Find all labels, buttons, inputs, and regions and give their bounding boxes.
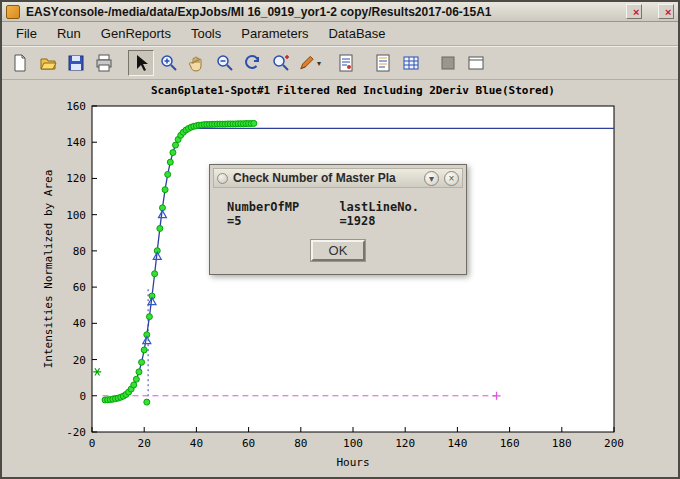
close-button[interactable]: ×	[658, 4, 674, 19]
save-icon	[66, 53, 86, 73]
rotate-button[interactable]	[240, 50, 266, 76]
x-tick-label: 140	[447, 437, 467, 450]
dialog-fields: NumberOfMP =5 lastLineNo. =1928	[227, 200, 455, 228]
y-tick-label: 100	[66, 209, 86, 222]
open-icon	[38, 53, 58, 73]
menu-item-database[interactable]: DataBase	[318, 23, 395, 44]
tool-group	[332, 50, 360, 76]
y-tick-label: 60	[73, 281, 86, 294]
x-tick-label: 80	[294, 437, 307, 450]
x-tick-label: 160	[500, 437, 520, 450]
y-tick-label: -20	[66, 426, 86, 439]
dialog-collapse-button[interactable]: ▾	[424, 171, 439, 186]
window-frame-icon	[466, 53, 486, 73]
y-tick-label: 160	[66, 100, 86, 113]
window-frame-button[interactable]	[463, 50, 489, 76]
shade-button[interactable]: ×	[626, 4, 642, 19]
dialog-title: Check Number of Master Pla	[233, 171, 419, 185]
figure-canvas[interactable]: 020406080100120140160180200-200204060801…	[2, 80, 678, 477]
menu-item-run[interactable]: Run	[47, 23, 91, 44]
ok-button[interactable]: OK	[311, 240, 366, 261]
pan-button[interactable]	[184, 50, 210, 76]
toolbar: ▾	[2, 46, 678, 80]
x-tick-label: 60	[242, 437, 255, 450]
x-tick-label: 20	[138, 437, 151, 450]
report-button[interactable]	[333, 50, 359, 76]
tool-group	[369, 50, 425, 76]
zoom-in-icon	[159, 53, 179, 73]
dialog-title-bar[interactable]: Check Number of Master Pla ▾ ×	[213, 168, 463, 188]
new-icon	[10, 53, 30, 73]
window-title: EASYconsole-/media/data/ExpJobs/MI 16_09…	[26, 5, 620, 19]
y-tick-label: 140	[66, 136, 86, 149]
app-icon	[6, 5, 20, 19]
y-tick-label: 80	[73, 245, 86, 258]
annotate-pen-icon	[297, 53, 316, 73]
annotate-pen-button[interactable]: ▾	[296, 50, 322, 76]
table-button[interactable]	[398, 50, 424, 76]
zoom-out-button[interactable]	[212, 50, 238, 76]
zoom-in-button[interactable]	[156, 50, 182, 76]
menu-item-file[interactable]: File	[6, 23, 47, 44]
document-button[interactable]	[370, 50, 396, 76]
menu-item-parameters[interactable]: Parameters	[231, 23, 318, 44]
title-bar[interactable]: EASYconsole-/media/data/ExpJobs/MI 16_09…	[2, 2, 678, 22]
chart-title: Scan6plate1-Spot#1 Filtered Red Includin…	[151, 84, 555, 97]
tool-group: ▾	[127, 50, 323, 76]
menu-item-genreports[interactable]: GenReports	[91, 23, 181, 44]
menu-bar: FileRunGenReportsToolsParametersDataBase	[2, 22, 678, 46]
print-button[interactable]	[91, 50, 117, 76]
y-tick-label: 120	[66, 172, 86, 185]
y-tick-label: 20	[73, 354, 86, 367]
x-tick-label: 120	[395, 437, 415, 450]
print-icon	[94, 53, 114, 73]
y-tick-label: 40	[73, 317, 86, 330]
zoom-out-icon	[215, 53, 235, 73]
new-button[interactable]	[7, 50, 33, 76]
main-window: EASYconsole-/media/data/ExpJobs/MI 16_09…	[0, 0, 680, 479]
rotate-icon	[243, 53, 263, 73]
last-line-no-value: lastLineNo. =1928	[339, 200, 455, 228]
dialog-close-button[interactable]: ×	[444, 171, 459, 186]
dialog-icon	[217, 173, 228, 184]
dropdown-arrow-icon[interactable]: ▾	[317, 59, 321, 68]
stop-square-button[interactable]	[435, 50, 461, 76]
document-icon	[373, 53, 393, 73]
save-button[interactable]	[63, 50, 89, 76]
number-of-mp-value: NumberOfMP =5	[227, 200, 315, 228]
tool-group	[434, 50, 490, 76]
x-tick-label: 180	[552, 437, 572, 450]
table-icon	[401, 53, 421, 73]
stop-square-icon	[438, 53, 458, 73]
pan-icon	[187, 53, 207, 73]
select-cursor-icon	[131, 53, 151, 73]
zoom-region-button[interactable]	[268, 50, 294, 76]
y-axis-label: Intensities Normalized by Area	[42, 170, 55, 369]
figure-area: 020406080100120140160180200-200204060801…	[2, 80, 678, 477]
dialog-body: NumberOfMP =5 lastLineNo. =1928 OK	[213, 188, 463, 271]
x-tick-label: 100	[343, 437, 363, 450]
x-tick-label: 200	[604, 437, 624, 450]
open-button[interactable]	[35, 50, 61, 76]
x-tick-label: 40	[190, 437, 203, 450]
select-cursor-button[interactable]	[128, 50, 154, 76]
report-icon	[336, 53, 356, 73]
y-tick-label: 0	[79, 390, 86, 403]
x-axis-label: Hours	[336, 456, 369, 469]
check-master-plate-dialog: Check Number of Master Pla ▾ × NumberOfM…	[209, 164, 467, 275]
tool-group	[6, 50, 118, 76]
x-tick-label: 0	[89, 437, 96, 450]
zoom-region-icon	[271, 53, 291, 73]
menu-item-tools[interactable]: Tools	[181, 23, 231, 44]
